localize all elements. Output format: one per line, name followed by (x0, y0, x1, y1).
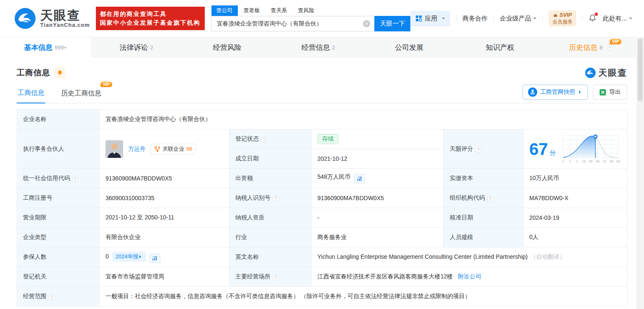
axis-tick: 85 (596, 160, 600, 163)
field-label: 出资额 (229, 169, 312, 188)
score-unit: 分 (549, 149, 556, 156)
help-icon[interactable] (607, 44, 613, 51)
scrollbar-thumb[interactable] (638, 39, 643, 101)
subtab-row: 工商信息 VIP 历史工商信息 工商官网快照 (17, 85, 627, 103)
reg-authority-value: 宜春市市场监督管理局 (100, 267, 229, 287)
search-tab-company[interactable]: 查公司 (211, 5, 238, 16)
field-label: 统一社会信用代码 (17, 169, 100, 188)
search-button[interactable]: 天眼一下 (374, 16, 410, 31)
bar-chart-icon (152, 256, 157, 261)
tab-company-development[interactable]: 公司发展 (364, 37, 455, 58)
help-icon[interactable] (475, 147, 482, 153)
tab-count: 2 (332, 44, 335, 51)
crown-icon (553, 13, 558, 17)
search-tab-boss[interactable]: 查老板 (239, 5, 265, 16)
label-text: 出资额 (235, 175, 253, 181)
table-row-credit-code: 统一社会信用代码 91360900MA7BDDW0X5 出资额 548万人民币 … (17, 169, 628, 188)
reg-number-value: 360900310003735 (100, 188, 229, 208)
tab-label: 基本信息 (24, 43, 52, 52)
industry-value: 商务服务业 (312, 228, 444, 247)
user-menu-label: 此处有... (603, 15, 627, 23)
address-text: 江西省宜春经济技术开发区春风路客商服务大楼12楼 (317, 273, 453, 280)
label-text: 企业类型 (23, 234, 46, 240)
business-term-value: 2021-10-12 至 2050-10-11 (100, 208, 229, 228)
tab-legal-proceedings[interactable]: 法律诉讼 2 (91, 37, 182, 58)
help-icon[interactable] (49, 294, 55, 300)
export-button[interactable]: 导出 (593, 85, 627, 100)
tab-basic-info[interactable]: 基本信息 999+ (0, 37, 91, 58)
subtab-business-info[interactable]: 工商信息 (17, 85, 45, 103)
company-name-value: 宜春浪绫企业管理咨询中心（有限合伙） (100, 110, 628, 129)
label-text: 核准日期 (450, 214, 473, 221)
apps-menu[interactable]: 应用 (410, 11, 450, 26)
export-label: 导出 (609, 88, 621, 96)
score-distribution-chart: 0 1 3 15 50 85 97 99 100 (562, 134, 620, 165)
label-text: 登记机关 (23, 273, 46, 280)
partner-name-link[interactable]: 方运舟 (128, 145, 146, 153)
insured-count-value: 02024年报 (100, 247, 229, 267)
related-companies-badge[interactable]: 关联企业 66 (151, 144, 196, 154)
tab-operating-risk[interactable]: 经营风险 (182, 37, 273, 58)
nav-business-cooperation[interactable]: 商务合作 (462, 15, 487, 23)
status-badge: 存续 (317, 134, 338, 144)
axis-tick: 99 (610, 160, 613, 163)
annual-report-chip[interactable]: 2024年报 (112, 252, 146, 262)
field-label: 组织机构代码 (444, 188, 523, 208)
scrollbar-track[interactable] (636, 37, 644, 309)
tab-intellectual-property[interactable]: 知识产权 (455, 37, 546, 58)
partner-avatar[interactable] (106, 140, 123, 158)
subtab-history-business-info[interactable]: VIP 历史工商信息 (60, 85, 102, 103)
establish-date-value: 2021-10-12 (312, 149, 444, 169)
notification-bell[interactable] (588, 14, 597, 23)
tab-label: 经营风险 (213, 43, 242, 52)
promo-banner: 都在用的商业查询工具 国家中小企业发展子基金旗下机构 (96, 7, 205, 30)
tianyancha-logo[interactable]: 天眼查 TianYanCha.com (14, 8, 90, 29)
help-icon[interactable] (273, 274, 279, 281)
tab-count: 2 (150, 44, 153, 51)
score-value: 67 (529, 140, 548, 158)
field-label: 经营范围 (17, 287, 100, 306)
score-number[interactable]: 67 分 (529, 141, 556, 157)
axis-tick: 50 (589, 160, 592, 163)
label-text: 经营范围 (23, 293, 46, 299)
table-row-business-term: 营业期限 2021-10-12 至 2050-10-11 纳税人资质 - 核准日… (17, 208, 628, 228)
tab-history-info[interactable]: VIP 历史信息 8 (546, 37, 636, 58)
divider (493, 15, 494, 22)
nearby-companies-link[interactable]: 附近公司 (458, 273, 481, 280)
header-nav: 应用 商务合作 企业级产品 SVIP 会员服务 (410, 10, 632, 26)
search-input[interactable] (211, 16, 375, 31)
search-tab-relation[interactable]: 查关系 (266, 5, 292, 16)
tab-operating-info[interactable]: 经营信息 2 (273, 37, 363, 58)
tab-label: 法律诉讼 (120, 43, 148, 52)
table-row-insured: 参保人数 02024年报 英文名称 Yichun Langling Enterp… (17, 247, 628, 267)
capital-text: 548万人民币 (317, 173, 350, 180)
network-icon (155, 146, 160, 152)
divider (456, 15, 456, 22)
help-icon[interactable] (487, 196, 493, 202)
label-text: 主要经营场所 (235, 273, 270, 280)
insured-trend-icon[interactable] (149, 254, 160, 263)
capital-trend-icon[interactable] (354, 174, 365, 183)
subscribe-bell-button[interactable] (54, 67, 65, 78)
help-icon[interactable] (273, 196, 279, 202)
nav-enterprise-products[interactable]: 企业级产品 (500, 15, 536, 23)
vip-badge: VIP (610, 39, 621, 44)
user-menu[interactable]: 此处有... (603, 15, 632, 23)
annual-report-label: 2024年报 (116, 253, 139, 260)
svip-member-button[interactable]: SVIP 会员服务 (549, 10, 576, 26)
field-label: 英文名称 (229, 247, 312, 267)
search-tab-risk[interactable]: 查风险 (293, 5, 319, 16)
snapshot-label: 工商官网快照 (540, 88, 575, 96)
tab-label: 公司发展 (395, 43, 423, 52)
help-icon[interactable] (72, 176, 78, 182)
help-icon[interactable] (261, 136, 267, 143)
label-text: 人员规模 (450, 234, 473, 240)
axis-tick: 15 (582, 160, 586, 163)
axis-tick: 1 (569, 160, 571, 163)
auto-translate-note: （自动翻译） (530, 253, 565, 260)
official-snapshot-button[interactable]: 工商官网快照 (523, 85, 588, 100)
field-label: 登记机关 (17, 267, 100, 287)
enterprise-label: 企业级产品 (500, 15, 531, 23)
chevron-right-icon (139, 255, 143, 258)
divider (542, 15, 543, 22)
